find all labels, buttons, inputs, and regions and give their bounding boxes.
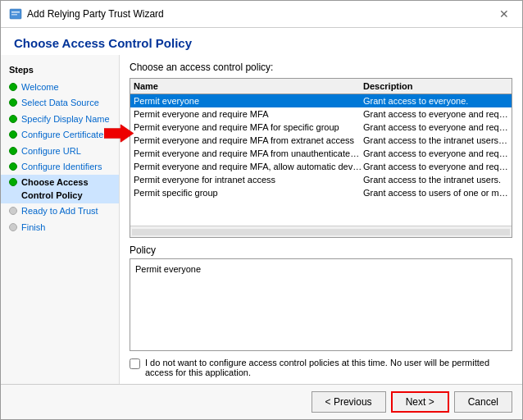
svg-marker-3 [104,124,134,142]
sidebar-item-access-control[interactable]: Choose Access Control Policy [1,175,119,203]
next-button[interactable]: Next > [391,391,449,413]
step-dot-access-control [9,178,17,186]
policy-section: Policy Permit everyone [130,244,512,351]
row-desc: Grant access to everyone and requir [363,162,508,171]
step-dot-finish [9,223,17,231]
row-name: Permit everyone and require MFA from una… [134,148,363,158]
policy-text: Permit everyone [135,264,201,274]
step-dot-display-name [9,115,17,123]
row-name: Permit everyone [134,96,363,106]
step-label-welcome: Welcome [21,81,59,94]
step-label-display-name: Specify Display Name [21,113,110,126]
sidebar-item-welcome[interactable]: Welcome [1,80,119,95]
step-label-ready: Ready to Add Trust [21,205,98,217]
step-label-select-data: Select Data Source [21,97,99,109]
sidebar-title: Steps [1,62,119,80]
step-dot-select-data [9,98,17,107]
row-desc: Grant access to users of one or more [363,188,508,198]
sidebar-item-ready[interactable]: Ready to Add Trust [1,203,119,219]
col-header-name: Name [134,81,363,91]
main-subtitle: Choose an access control policy: [130,62,512,73]
sidebar-item-select-data[interactable]: Select Data Source [1,95,119,111]
step-dot-ready [9,207,17,215]
no-policy-label[interactable]: I do not want to configure access contro… [145,358,512,377]
titlebar: Add Relying Party Trust Wizard ✕ [1,1,522,28]
step-label-identifiers: Configure Identifiers [21,161,102,173]
svg-rect-1 [11,11,20,13]
row-name: Permit specific group [134,188,363,198]
wizard-icon [9,7,22,21]
row-name: Permit everyone and require MFA, allow a… [134,162,363,171]
sidebar-item-finish[interactable]: Finish [1,220,119,235]
col-header-desc: Description [363,81,495,91]
row-desc: Grant access to everyone and requir [363,109,508,119]
table-row[interactable]: Permit everyone and require MFA from ext… [130,134,512,147]
footer: < Previous Next > Cancel [1,384,522,419]
arrow-indicator [104,124,134,146]
step-dot-welcome [9,83,17,91]
row-desc: Grant access to everyone and requir [363,148,508,158]
table-row[interactable]: Permit everyone and require MFA for spec… [130,121,512,134]
policy-label: Policy [130,244,512,256]
previous-button[interactable]: < Previous [312,391,386,413]
sidebar: Steps Welcome Select Data Source Specify… [1,55,120,384]
step-label-finish: Finish [21,221,45,234]
step-dot-url [9,147,17,155]
sidebar-item-certificate[interactable]: Configure Certificate [1,127,119,143]
table-row[interactable]: Permit everyone Grant access to everyone… [130,94,512,107]
table-row[interactable]: Permit everyone and require MFA, allow a… [130,160,512,173]
h-scroll-track [132,229,510,235]
checkbox-row: I do not want to configure access contro… [130,358,512,377]
svg-rect-2 [11,14,17,16]
titlebar-left: Add Relying Party Trust Wizard [9,7,164,21]
step-label-url: Configure URL [21,145,81,158]
policy-box: Permit everyone [130,258,512,351]
content-area: Steps Welcome Select Data Source Specify… [1,55,522,384]
row-desc: Grant access to the intranet users. [363,175,508,185]
step-label-certificate: Configure Certificate [21,129,103,141]
table-row[interactable]: Permit specific group Grant access to us… [130,186,512,199]
policy-table-body[interactable]: Permit everyone Grant access to everyone… [130,94,512,226]
step-dot-certificate [9,130,17,139]
horizontal-scrollbar[interactable] [130,226,512,237]
row-name: Permit everyone and require MFA for spec… [134,122,363,132]
cancel-button[interactable]: Cancel [454,391,512,413]
row-name: Permit everyone for intranet access [134,175,363,185]
table-row[interactable]: Permit everyone and require MFA Grant ac… [130,107,512,121]
step-dot-identifiers [9,162,17,171]
policy-table: Name Description Permit everyone Grant a… [130,78,512,238]
sidebar-item-display-name[interactable]: Specify Display Name [1,112,119,127]
step-label-access-control: Choose Access Control Policy [21,176,112,202]
table-row[interactable]: Permit everyone and require MFA from una… [130,147,512,160]
row-name: Permit everyone and require MFA from ext… [134,135,363,145]
main-panel: Choose an access control policy: Name De… [120,55,522,384]
row-desc: Grant access to everyone and requir [363,122,508,132]
sidebar-item-url[interactable]: Configure URL [1,144,119,159]
table-header: Name Description [130,79,512,94]
titlebar-title: Add Relying Party Trust Wizard [27,8,164,20]
page-title: Choose Access Control Policy [1,28,522,55]
row-desc: Grant access to the intranet users an [363,135,508,145]
row-desc: Grant access to everyone. [363,96,508,106]
close-button[interactable]: ✕ [494,6,514,22]
table-row[interactable]: Permit everyone for intranet access Gran… [130,173,512,186]
wizard-window: Add Relying Party Trust Wizard ✕ Choose … [0,0,523,420]
row-name: Permit everyone and require MFA [134,109,363,119]
sidebar-item-identifiers[interactable]: Configure Identifiers [1,159,119,175]
no-policy-checkbox[interactable] [130,358,140,369]
scrollbar-header [495,81,508,91]
